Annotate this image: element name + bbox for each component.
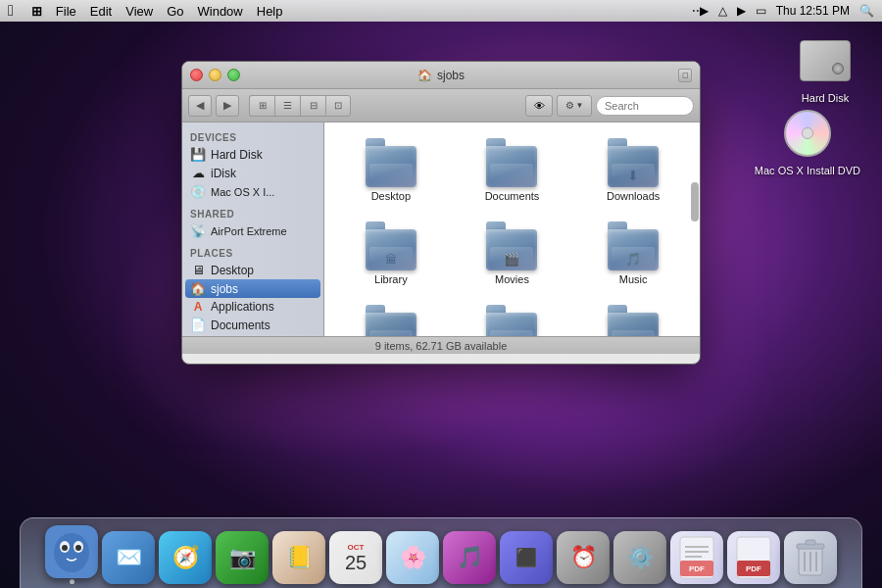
sidebar-item-desktop[interactable]: 🖥 Desktop xyxy=(182,261,323,279)
view-column-button[interactable]: ⊟ xyxy=(300,95,325,117)
sidebar-item-macos-install[interactable]: 💿 Mac OS X I... xyxy=(182,182,323,201)
expand-button[interactable]: ◻ xyxy=(678,69,692,82)
home-icon-small: 🏠 xyxy=(190,281,206,296)
menu-file[interactable]: File xyxy=(56,4,76,19)
file-item-sites[interactable]: 🌐 Sites xyxy=(576,299,690,336)
menu-view[interactable]: View xyxy=(125,4,153,19)
dock-item-addressbook[interactable]: 📒 xyxy=(272,531,325,584)
dvd-small-icon: 💿 xyxy=(190,184,206,199)
dock-item-pdf2[interactable]: PDF xyxy=(727,531,780,584)
window-title: 🏠 sjobs xyxy=(417,69,465,82)
file-item-library[interactable]: 🏛 Library xyxy=(334,216,448,291)
documents-icon-small: 📄 xyxy=(190,318,206,332)
sidebar: DEVICES 💾 Hard Disk ☁ iDisk 💿 Mac OS X I… xyxy=(182,122,324,336)
battery-icon[interactable]: ▭ xyxy=(756,4,766,18)
menu-go[interactable]: Go xyxy=(167,4,183,19)
dock-item-safari[interactable]: 🧭 xyxy=(159,531,212,584)
window-title-text: sjobs xyxy=(437,69,465,82)
movies-folder-icon: 🎬 xyxy=(484,221,539,270)
menu-help[interactable]: Help xyxy=(257,4,283,19)
file-area: Desktop Documents xyxy=(324,122,700,336)
quick-look-button[interactable]: 👁 xyxy=(525,95,553,117)
traffic-lights xyxy=(190,69,240,81)
apple-menu[interactable]:  xyxy=(8,2,14,20)
sidebar-item-documents[interactable]: 📄 Documents xyxy=(182,316,323,334)
dock-item-preview[interactable]: PDF xyxy=(670,531,723,584)
file-item-music[interactable]: 🎵 Music xyxy=(576,216,690,291)
dock-item-expose[interactable]: ⬛ xyxy=(500,531,553,584)
clock: Thu 12:51 PM xyxy=(776,4,850,18)
dock-item-sysprefs[interactable]: ⚙️ xyxy=(613,531,666,584)
minimize-button[interactable] xyxy=(209,69,221,81)
public-folder-icon: 👤 xyxy=(484,305,539,336)
airport-icon: 📡 xyxy=(190,223,206,238)
view-list-button[interactable]: ☰ xyxy=(274,95,300,117)
dock-item-trash[interactable] xyxy=(784,531,837,584)
file-item-desktop[interactable]: Desktop xyxy=(334,132,448,208)
sidebar-item-sjobs[interactable]: 🏠 sjobs xyxy=(185,279,320,298)
hard-disk-label: Hard Disk xyxy=(802,92,849,104)
desktop-icon-small: 🖥 xyxy=(190,263,206,277)
desktop-icon-harddisk[interactable]: Hard Disk xyxy=(798,33,853,104)
view-cover-button[interactable]: ⊡ xyxy=(325,95,351,117)
shared-header: SHARED xyxy=(182,205,323,221)
status-text: 9 items, 62.71 GB available xyxy=(375,340,508,352)
back-button[interactable]: ◀ xyxy=(188,95,212,117)
documents-folder-label: Documents xyxy=(485,190,540,202)
dock-item-mail[interactable]: ✉️ xyxy=(102,531,155,584)
forward-button[interactable]: ▶ xyxy=(216,95,239,117)
dvd-icon xyxy=(780,106,835,161)
svg-point-4 xyxy=(62,545,68,551)
dock-item-finder[interactable] xyxy=(45,525,98,584)
menubar-left:  ⊞ File Edit View Go Window Help xyxy=(8,2,283,20)
sidebar-item-idisk[interactable]: ☁ iDisk xyxy=(182,164,323,182)
menu-edit[interactable]: Edit xyxy=(90,4,112,19)
desktop:  ⊞ File Edit View Go Window Help ⋅⋅▶ △ … xyxy=(0,0,882,588)
dock-item-itunes[interactable]: 🎵 xyxy=(443,531,496,584)
dock-item-timemachine[interactable]: ⏰ xyxy=(557,531,610,584)
view-icon-button[interactable]: ⊞ xyxy=(249,95,274,117)
documents-folder-icon xyxy=(484,138,539,187)
applications-icon: A xyxy=(190,300,206,314)
music-folder-icon: 🎵 xyxy=(606,221,661,270)
volume-icon[interactable]: ▶ xyxy=(737,4,746,18)
hard-disk-icon xyxy=(798,33,853,88)
downloads-folder-icon: ⬇ xyxy=(606,138,661,187)
toolbar: ◀ ▶ ⊞ ☰ ⊟ ⊡ 👁 ⚙ ▼ xyxy=(182,89,700,122)
desktop-icon-dvd[interactable]: Mac OS X Install DVD xyxy=(755,106,860,176)
search-input[interactable] xyxy=(596,96,694,116)
places-header: PLACES xyxy=(182,244,323,261)
file-item-documents[interactable]: Documents xyxy=(456,132,569,208)
bluetooth-icon[interactable]: ⋅⋅▶ xyxy=(692,4,709,18)
dock-item-ical[interactable]: OCT 25 xyxy=(329,531,382,584)
menubar:  ⊞ File Edit View Go Window Help ⋅⋅▶ △ … xyxy=(0,0,882,22)
close-button[interactable] xyxy=(190,69,203,81)
svg-point-1 xyxy=(54,533,89,572)
maximize-button[interactable] xyxy=(227,69,240,81)
dock-item-iphoto[interactable]: 🌸 xyxy=(386,531,439,584)
menu-window[interactable]: Window xyxy=(198,4,243,19)
library-folder-icon: 🏛 xyxy=(364,221,418,270)
file-item-downloads[interactable]: ⬇ Downloads xyxy=(576,132,690,208)
action-button[interactable]: ⚙ ▼ xyxy=(557,95,592,117)
desktop-folder-label: Desktop xyxy=(371,190,411,202)
spotlight-icon[interactable]: 🔍 xyxy=(859,4,874,18)
file-item-public[interactable]: 👤 Public xyxy=(456,299,569,336)
sidebar-item-applications[interactable]: A Applications xyxy=(182,298,323,316)
svg-text:PDF: PDF xyxy=(746,564,761,573)
svg-point-5 xyxy=(75,545,81,551)
library-folder-label: Library xyxy=(374,273,408,285)
dock-item-facetime[interactable]: 📷 xyxy=(216,531,269,584)
sidebar-item-airport[interactable]: 📡 AirPort Extreme xyxy=(182,221,323,240)
titlebar: 🏠 sjobs ◻ xyxy=(182,62,700,89)
main-area: DEVICES 💾 Hard Disk ☁ iDisk 💿 Mac OS X I… xyxy=(182,122,700,336)
wifi-icon[interactable]: △ xyxy=(718,4,727,18)
file-item-movies[interactable]: 🎬 Movies xyxy=(456,216,569,291)
file-item-pictures[interactable]: 📷 Pictures xyxy=(334,299,448,336)
sidebar-item-harddisk[interactable]: 💾 Hard Disk xyxy=(182,145,323,164)
svg-text:PDF: PDF xyxy=(689,564,705,573)
devices-header: DEVICES xyxy=(182,128,323,145)
statusbar: 9 items, 62.71 GB available xyxy=(182,336,700,354)
menu-finder[interactable]: ⊞ xyxy=(31,4,42,19)
dock: ✉️ 🧭 📷 📒 OCT 25 🌸 🎵 xyxy=(0,508,882,588)
